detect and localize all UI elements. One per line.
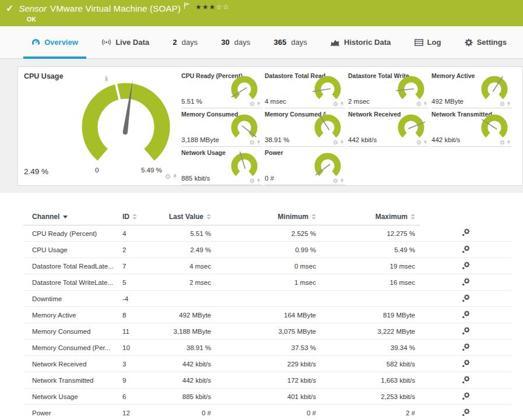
gear-icon[interactable] bbox=[165, 174, 171, 179]
pin-icon[interactable] bbox=[507, 101, 511, 107]
channel-settings-icon[interactable] bbox=[462, 376, 470, 385]
cell-id: 12 bbox=[120, 405, 155, 420]
channel-settings-icon[interactable] bbox=[462, 392, 470, 401]
table-row[interactable]: Memory Consumed (Per... 10 38.91 % 37.53… bbox=[23, 340, 512, 356]
channel-settings-icon[interactable] bbox=[462, 294, 470, 303]
cell-last-value bbox=[155, 291, 216, 307]
table-row[interactable]: Network Usage 6 885 kbit/s 401 kbit/s 2,… bbox=[23, 389, 512, 405]
table-row[interactable]: Power 12 0 # 0 # 2 # bbox=[23, 405, 512, 420]
column-header-channel[interactable]: Channel bbox=[23, 209, 120, 225]
sort-icon bbox=[410, 214, 415, 220]
gear-icon[interactable] bbox=[500, 140, 505, 145]
channel-settings-icon[interactable] bbox=[462, 262, 470, 271]
pin-icon[interactable] bbox=[257, 140, 261, 145]
gear-icon[interactable] bbox=[250, 140, 255, 145]
pin-icon[interactable] bbox=[423, 140, 427, 145]
mini-gauge bbox=[311, 73, 344, 105]
cell-channel: CPU Usage bbox=[23, 242, 120, 258]
channel-settings-icon[interactable] bbox=[462, 245, 470, 255]
tab-log[interactable]: Log bbox=[406, 26, 450, 58]
channel-settings-icon[interactable] bbox=[462, 408, 470, 418]
gauge-tile-datastore-total-readla[interactable]: Datastore Total ReadLa... 4 msec bbox=[265, 72, 345, 108]
cell-minimum: 1 msec bbox=[216, 274, 321, 291]
cell-minimum bbox=[216, 291, 321, 307]
column-header-minimum[interactable]: Minimum bbox=[216, 209, 321, 225]
priority-stars[interactable]: ★★★☆☆ bbox=[195, 3, 230, 11]
cell-maximum: 2,253 kbit/s bbox=[321, 389, 420, 405]
channel-settings-icon[interactable] bbox=[462, 228, 470, 238]
pin-icon[interactable] bbox=[340, 178, 344, 183]
pin-icon[interactable] bbox=[340, 140, 344, 145]
big-gauge-scale-min: 0 bbox=[95, 167, 99, 174]
tab-365-days[interactable]: 365 days bbox=[266, 26, 315, 58]
cell-maximum: 582 kbit/s bbox=[321, 356, 420, 372]
cell-id: 3 bbox=[120, 356, 155, 372]
gauge-tile-network-transmitted[interactable]: Network Transmitted 442 kbit/s bbox=[431, 110, 512, 147]
tab-live-data[interactable]: Live Data bbox=[93, 26, 157, 58]
gauge-tile-network-received[interactable]: Network Received 442 kbit/s bbox=[348, 110, 429, 147]
status-check-icon: ✓ bbox=[6, 4, 13, 13]
column-header-maximum[interactable]: Maximum bbox=[321, 209, 420, 225]
mini-gauge-value: 5.51 % bbox=[181, 98, 202, 105]
table-row[interactable]: Datastore Total ReadLate... 7 4 msec 0 m… bbox=[23, 258, 512, 274]
tab-number: 30 bbox=[221, 38, 229, 47]
column-header-id[interactable]: ID bbox=[120, 209, 155, 225]
channel-settings-icon[interactable] bbox=[462, 343, 470, 352]
gauge-tile-cpu-ready-percent[interactable]: CPU Ready (Percent) 5.51 % bbox=[181, 72, 262, 108]
pin-icon[interactable] bbox=[173, 174, 177, 179]
pin-icon[interactable] bbox=[423, 101, 427, 107]
gear-icon[interactable] bbox=[500, 101, 505, 107]
gauge-tile-network-usage[interactable]: Network Usage 885 kbit/s bbox=[181, 149, 262, 185]
cell-id: -4 bbox=[120, 291, 155, 307]
gear-icon[interactable] bbox=[416, 140, 422, 145]
average-marker: x̄ bbox=[105, 76, 108, 82]
tab-label: Live Data bbox=[115, 38, 149, 47]
tab-2-days[interactable]: 2 days bbox=[164, 26, 206, 58]
tab-overview[interactable]: Overview bbox=[23, 26, 86, 58]
mini-gauge bbox=[395, 73, 427, 105]
cell-minimum: 229 kbit/s bbox=[216, 356, 321, 372]
channel-settings-icon[interactable] bbox=[462, 278, 470, 287]
pin-icon[interactable] bbox=[340, 101, 344, 107]
gear-icon[interactable] bbox=[416, 101, 422, 107]
pin-icon[interactable] bbox=[507, 140, 511, 145]
table-row[interactable]: CPU Usage 2 2.49 % 0.99 % 5.49 % bbox=[23, 242, 512, 258]
cell-last-value: 0 # bbox=[155, 405, 216, 420]
tab-30-days[interactable]: 30 days bbox=[213, 26, 258, 58]
table-row[interactable]: Memory Consumed 11 3,188 MByte 3,075 MBy… bbox=[23, 323, 512, 340]
channel-settings-icon[interactable] bbox=[462, 359, 470, 369]
cpu-usage-gauge[interactable]: x̄ bbox=[71, 72, 181, 182]
channel-settings-icon[interactable] bbox=[462, 327, 470, 336]
pin-icon[interactable] bbox=[257, 101, 261, 107]
channel-settings-icon[interactable] bbox=[462, 310, 470, 320]
gear-icon[interactable] bbox=[333, 140, 338, 145]
cell-id: 4 bbox=[120, 225, 155, 242]
pin-icon[interactable] bbox=[257, 178, 261, 183]
mini-gauge bbox=[395, 111, 427, 144]
chart-icon bbox=[331, 38, 340, 46]
table-row[interactable]: Downtime -4 bbox=[23, 291, 512, 307]
table-row[interactable]: Datastore Total WriteLate... 5 2 msec 1 … bbox=[23, 274, 512, 291]
cell-id: 11 bbox=[120, 323, 155, 340]
cell-last-value: 2 msec bbox=[155, 274, 216, 291]
gauge-tile-power[interactable]: Power 0 # bbox=[265, 149, 345, 185]
gauge-tile-memory-consumed[interactable]: Memory Consumed 3,188 MByte bbox=[181, 110, 262, 147]
table-row[interactable]: Memory Active 8 492 MByte 164 MByte 819 … bbox=[23, 307, 512, 323]
tab-settings[interactable]: Settings bbox=[457, 26, 515, 58]
gear-icon[interactable] bbox=[333, 101, 338, 107]
cell-last-value: 38.91 % bbox=[155, 340, 216, 356]
channel-table-section: ChannelIDLast ValueMinimumMaximum CPU Re… bbox=[0, 193, 523, 420]
gauge-tile-datastore-total-writel[interactable]: Datastore Total WriteL... 2 msec bbox=[348, 72, 429, 108]
table-row[interactable]: Network Transmitted 9 442 kbit/s 172 kbi… bbox=[23, 372, 512, 389]
gear-icon[interactable] bbox=[250, 178, 255, 183]
table-row[interactable]: Network Received 3 442 kbit/s 229 kbit/s… bbox=[23, 356, 512, 372]
cell-maximum: 39.34 % bbox=[321, 340, 420, 356]
gauge-tile-memory-consumed-p[interactable]: Memory Consumed (P... 38.91 % bbox=[265, 110, 345, 147]
gear-icon[interactable] bbox=[250, 101, 255, 107]
flag-icon[interactable] bbox=[184, 1, 189, 12]
column-header-last-value[interactable]: Last Value bbox=[155, 209, 216, 225]
gauge-tile-memory-active[interactable]: Memory Active 492 MByte bbox=[431, 72, 512, 108]
gear-icon[interactable] bbox=[333, 178, 338, 183]
table-row[interactable]: CPU Ready (Percent) 4 5.51 % 2.525 % 12.… bbox=[23, 225, 512, 242]
tab-historic-data[interactable]: Historic Data bbox=[322, 26, 399, 58]
